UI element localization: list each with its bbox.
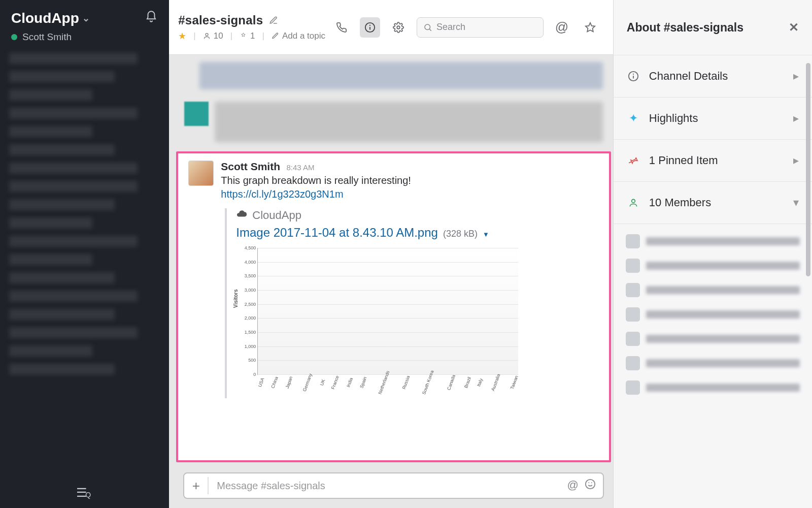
current-user-name: Scott Smith [22, 31, 72, 43]
workspace-switcher[interactable]: CloudApp ⌄ [11, 10, 90, 26]
chevron-down-icon: ▾ [793, 196, 799, 209]
redacted-avatar [184, 102, 209, 126]
section-members[interactable]: 10 Members ▾ [614, 181, 812, 224]
emoji-icon[interactable] [585, 479, 596, 493]
chevron-down-icon: ⌄ [82, 13, 90, 24]
redacted-message [215, 102, 603, 142]
search-input[interactable]: Search [417, 17, 544, 38]
quick-switcher-icon[interactable]: ☰Q [0, 478, 169, 508]
message-author[interactable]: Scott Smith [221, 161, 280, 173]
svg-point-9 [588, 482, 589, 483]
sidebar-channel-list [0, 49, 169, 478]
member-row[interactable] [623, 302, 803, 327]
section-pinned[interactable]: 1 Pinned Item ▸ [614, 139, 812, 181]
channel-header: #sales-signals ★ | 10 | 1 | [169, 0, 613, 55]
svg-point-5 [425, 24, 430, 30]
sparkle-icon: ✦ [627, 112, 640, 125]
section-highlights[interactable]: ✦ Highlights ▸ [614, 97, 812, 139]
workspace-sidebar: CloudApp ⌄ Scott Smith ☰Q [0, 0, 169, 508]
presence-dot-icon [11, 34, 17, 40]
mentions-icon[interactable]: @ [552, 17, 572, 38]
settings-gear-icon[interactable] [388, 17, 409, 38]
svg-point-10 [591, 482, 592, 483]
workspace-name: CloudApp [11, 10, 79, 26]
message-avatar[interactable] [188, 161, 214, 186]
attachment-chart: Visitors 05001,0001,5002,0002,5003,0003,… [236, 246, 520, 398]
message-text: This graph breakdown is really interesti… [221, 175, 599, 186]
svg-point-8 [586, 480, 595, 489]
channel-name: #sales-signals [178, 13, 263, 27]
edit-channel-icon[interactable] [269, 16, 278, 25]
member-row[interactable] [623, 375, 803, 400]
message-pane: Scott Smith 8:43 AM This graph breakdown… [169, 55, 613, 508]
svg-point-13 [633, 74, 634, 75]
channel-pinned-count[interactable]: 1 [240, 31, 255, 41]
close-icon[interactable]: ✕ [789, 20, 799, 35]
add-topic-button[interactable]: Add a topic [272, 31, 325, 41]
svg-marker-7 [586, 22, 595, 31]
composer-placeholder: Message #sales-signals [217, 480, 559, 492]
mention-icon[interactable]: @ [567, 479, 579, 493]
member-row[interactable] [623, 351, 803, 375]
star-icon[interactable]: ★ [178, 30, 186, 42]
svg-point-14 [632, 199, 635, 203]
attachment-size: (328 kB) [443, 229, 478, 239]
chevron-right-icon: ▸ [793, 112, 799, 125]
attachment-source: CloudApp [252, 209, 301, 222]
channel-info-icon[interactable] [360, 17, 380, 38]
notifications-bell-icon[interactable] [145, 10, 158, 25]
cloudapp-icon [236, 208, 247, 223]
message-link[interactable]: https://cl.ly/1g323z0g3N1m [221, 188, 343, 200]
svg-line-6 [429, 29, 431, 30]
current-user[interactable]: Scott Smith [0, 31, 169, 49]
member-row[interactable] [623, 327, 803, 351]
members-list [614, 224, 812, 409]
svg-point-3 [369, 24, 370, 25]
member-row[interactable] [623, 278, 803, 302]
chart-ylabel: Visitors [233, 290, 239, 308]
person-icon [627, 198, 640, 208]
message-composer[interactable]: + Message #sales-signals @ [183, 472, 604, 499]
attachment: CloudApp Image 2017-11-04 at 8.43.10 AM.… [225, 208, 599, 398]
main-column: #sales-signals ★ | 10 | 1 | [169, 0, 613, 508]
search-placeholder: Search [436, 22, 465, 33]
message-timestamp[interactable]: 8:43 AM [286, 163, 314, 172]
attachment-title[interactable]: Image 2017-11-04 at 8.43.10 AM.png [236, 226, 438, 240]
redacted-message [199, 62, 603, 89]
chevron-right-icon: ▸ [793, 70, 799, 83]
channel-member-count[interactable]: 10 [203, 31, 223, 41]
attach-plus-icon[interactable]: + [191, 477, 209, 494]
call-icon[interactable] [331, 17, 352, 38]
info-icon [627, 71, 640, 82]
member-row[interactable] [623, 253, 803, 278]
svg-point-0 [206, 34, 208, 36]
pin-icon [627, 155, 640, 166]
highlighted-message: Scott Smith 8:43 AM This graph breakdown… [176, 151, 611, 462]
member-row[interactable] [623, 229, 803, 253]
section-channel-details[interactable]: Channel Details ▸ [614, 55, 812, 97]
panel-scrollbar[interactable] [805, 61, 812, 508]
about-panel-title: About #sales-signals [627, 21, 743, 35]
about-panel: About #sales-signals ✕ Channel Details ▸… [613, 0, 812, 508]
star-outline-icon[interactable] [580, 17, 600, 38]
chevron-right-icon: ▸ [793, 154, 799, 167]
svg-point-4 [397, 26, 400, 29]
attachment-caret-icon[interactable]: ▼ [483, 231, 489, 238]
